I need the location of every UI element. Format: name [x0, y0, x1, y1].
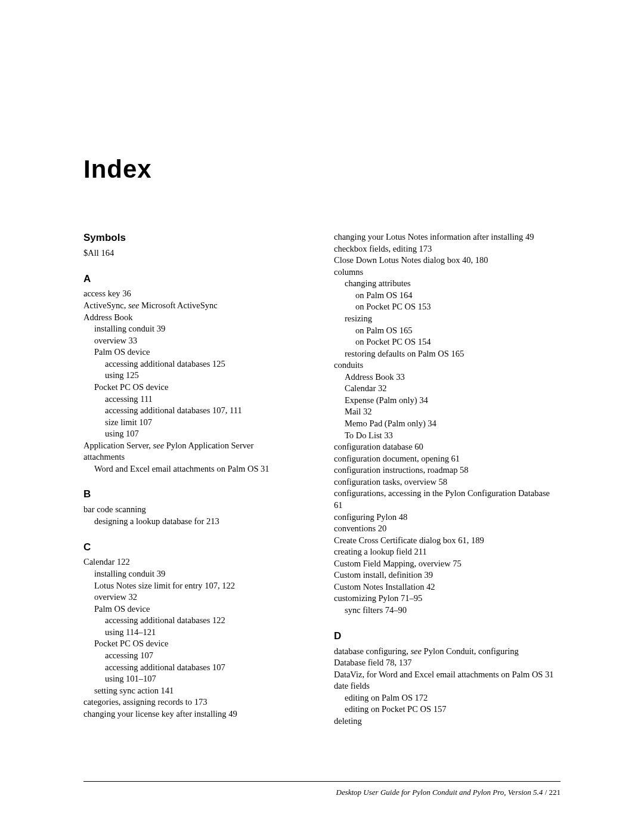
section-head: C	[83, 541, 310, 555]
index-entry: accessing additional databases 107, 111	[83, 405, 310, 417]
index-entry: Custom Notes Installation 42	[334, 581, 561, 593]
index-entry: using 125	[83, 370, 310, 382]
index-entry: attachments	[83, 451, 310, 463]
index-entry: Pocket PC OS device	[83, 638, 310, 650]
index-entry: configuring Pylon 48	[334, 512, 561, 524]
index-entry: overview 32	[83, 592, 310, 603]
index-entry: Memo Pad (Palm only) 34	[334, 418, 561, 430]
section-head: Symbols	[83, 231, 310, 245]
index-entry: restoring defaults on Palm OS 165	[334, 348, 561, 360]
index-entry: on Pocket PC OS 153	[334, 301, 561, 313]
index-entry: categories, assigning records to 173	[83, 696, 310, 708]
index-entry: Pocket PC OS device	[83, 382, 310, 394]
index-entry: accessing 111	[83, 394, 310, 405]
section-head: B	[83, 488, 310, 501]
index-entry: bar code scanning	[83, 504, 310, 516]
index-entry: configurations, accessing in the Pylon C…	[334, 488, 561, 511]
index-entry: overview 33	[83, 335, 310, 347]
index-entry: Custom Field Mapping, overview 75	[334, 558, 561, 570]
index-entry: configuration database 60	[334, 441, 561, 453]
index-entry: using 101–107	[83, 673, 310, 685]
index-page: Index Symbols$All 164Aaccess key 36Activ…	[0, 0, 644, 769]
index-entry: Expense (Palm only) 34	[334, 395, 561, 407]
index-entry: ActiveSync, see Microsoft ActiveSync	[83, 300, 310, 312]
section-head: A	[83, 272, 310, 286]
index-entry: configuration tasks, overview 58	[334, 476, 561, 488]
index-entry: on Palm OS 165	[334, 325, 561, 337]
index-entry: Address Book 33	[334, 371, 561, 383]
index-entry: accessing additional databases 125	[83, 358, 310, 370]
index-entry: configuration instructions, roadmap 58	[334, 465, 561, 476]
index-entry: sync filters 74–90	[334, 605, 561, 617]
index-entry: installing conduit 39	[83, 568, 310, 580]
section-head: D	[334, 630, 561, 643]
index-entry: Application Server, see Pylon Applicatio…	[83, 440, 310, 452]
index-entry: database configuring, see Pylon Conduit,…	[334, 646, 561, 658]
index-entry: access key 36	[83, 288, 310, 300]
index-entry: on Pocket PC OS 154	[334, 336, 561, 348]
index-entry: To Do List 33	[334, 430, 561, 442]
index-entry: Create Cross Certificate dialog box 61, …	[334, 535, 561, 547]
index-entry: configuration document, opening 61	[334, 453, 561, 465]
index-entry: accessing 107	[83, 650, 310, 662]
index-entry: on Palm OS 164	[334, 290, 561, 302]
index-columns: Symbols$All 164Aaccess key 36ActiveSync,…	[83, 231, 561, 727]
index-entry: DataViz, for Word and Excel email attach…	[334, 669, 561, 681]
index-entry: changing attributes	[334, 278, 561, 290]
footer-text: Desktop User Guide for Pylon Conduit and…	[83, 788, 561, 797]
page-title: Index	[83, 155, 561, 184]
index-entry: Address Book	[83, 312, 310, 324]
index-entry: using 114–121	[83, 627, 310, 639]
index-entry: Palm OS device	[83, 346, 310, 358]
footer-rule	[83, 781, 561, 782]
index-entry: creating a lookup field 211	[334, 546, 561, 558]
page-footer: Desktop User Guide for Pylon Conduit and…	[83, 781, 561, 797]
index-entry: setting sync action 141	[83, 685, 310, 697]
index-entry: Mail 32	[334, 406, 561, 418]
index-entry: conduits	[334, 360, 561, 371]
index-entry: deleting	[334, 716, 561, 727]
index-entry: Custom install, definition 39	[334, 569, 561, 581]
index-entry: using 107	[83, 428, 310, 440]
index-entry: editing on Pocket PC OS 157	[334, 704, 561, 716]
index-entry: resizing	[334, 313, 561, 325]
footer-sep: /	[543, 788, 549, 797]
index-entry: date fields	[334, 680, 561, 692]
index-entry: $All 164	[83, 247, 310, 259]
index-entry: columns	[334, 267, 561, 278]
index-entry: conventions 20	[334, 523, 561, 535]
index-entry: accessing additional databases 107	[83, 662, 310, 674]
index-entry: changing your Lotus Notes information af…	[334, 231, 561, 243]
index-entry: changing your license key after installi…	[83, 708, 310, 720]
index-entry: customizing Pylon 71–95	[334, 593, 561, 605]
index-entry: editing on Palm OS 172	[334, 692, 561, 704]
index-entry: Calendar 32	[334, 383, 561, 395]
index-entry: checkbox fields, editing 173	[334, 243, 561, 255]
index-entry: installing conduit 39	[83, 323, 310, 335]
index-entry: Palm OS device	[83, 603, 310, 615]
index-entry: Close Down Lotus Notes dialog box 40, 18…	[334, 255, 561, 267]
index-entry: accessing additional databases 122	[83, 615, 310, 627]
footer-doc-title: Desktop User Guide for Pylon Conduit and…	[336, 788, 543, 797]
index-entry: Calendar 122	[83, 556, 310, 568]
index-entry: size limit 107	[83, 417, 310, 429]
index-entry: Word and Excel email attachments on Palm…	[83, 463, 310, 475]
index-entry: Database field 78, 137	[334, 657, 561, 669]
footer-page-number: 221	[549, 788, 561, 797]
index-entry: Lotus Notes size limit for entry 107, 12…	[83, 580, 310, 592]
index-entry: designing a lookup database for 213	[83, 516, 310, 528]
